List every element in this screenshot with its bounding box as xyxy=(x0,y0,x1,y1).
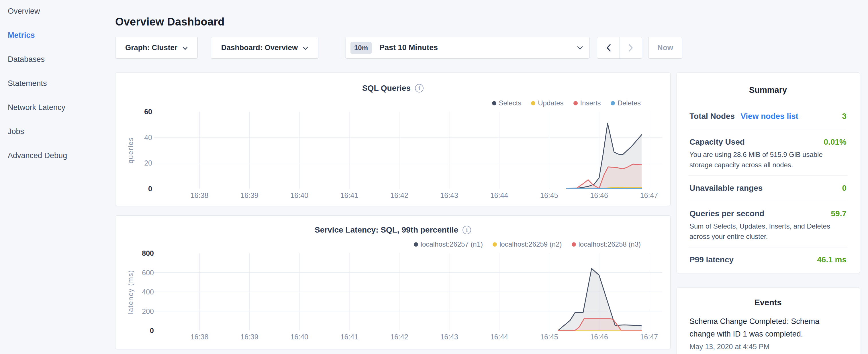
p99-latency-value: 46.1 ms xyxy=(817,255,846,264)
legend-item-selects[interactable]: Selects xyxy=(492,99,522,107)
x-tick-label: 16:40 xyxy=(290,191,308,199)
legend-dot xyxy=(493,242,497,247)
sidebar: Overview Metrics Databases Statements Ne… xyxy=(8,7,67,160)
chart-title: SQL Queries xyxy=(362,84,411,93)
chart-legend: localhost:26257 (n1)localhost:26259 (n2)… xyxy=(414,240,641,248)
events-panel: Events Schema Change Completed: Schema c… xyxy=(677,287,860,354)
now-button[interactable]: Now xyxy=(648,37,682,59)
graph-dropdown[interactable]: Graph: Cluster xyxy=(115,37,198,59)
legend-dot xyxy=(574,101,578,105)
y-tick-label: 400 xyxy=(142,288,154,296)
chart-title: Service Latency: SQL, 99th percentile xyxy=(315,225,458,234)
sidebar-item-overview[interactable]: Overview xyxy=(8,7,67,16)
sidebar-item-databases[interactable]: Databases xyxy=(8,55,67,64)
y-tick-label: 40 xyxy=(144,133,152,141)
x-tick-label: 16:46 xyxy=(590,333,608,341)
dashboard-dropdown[interactable]: Dashboard: Overview xyxy=(211,37,318,59)
summary-panel: Summary Total Nodes View nodes list 3 Ca… xyxy=(677,72,860,273)
x-tick-label: 16:38 xyxy=(191,191,209,199)
capacity-used-label: Capacity Used xyxy=(689,137,745,147)
y-tick-label: 600 xyxy=(142,269,154,277)
crdb-admin-ui: Overview Metrics Databases Statements Ne… xyxy=(0,0,868,354)
view-nodes-list-link[interactable]: View nodes list xyxy=(741,112,798,121)
x-tick-label: 16:47 xyxy=(640,191,658,199)
legend-item-localhost-26257-n1-[interactable]: localhost:26257 (n1) xyxy=(414,240,483,248)
time-range-selector[interactable]: 10m Past 10 Minutes xyxy=(346,37,589,59)
summary-row-p99-latency: P99 latency 46.1 ms xyxy=(689,255,846,264)
legend-dot xyxy=(572,242,576,247)
legend-item-updates[interactable]: Updates xyxy=(531,99,563,107)
unavailable-ranges-value: 0 xyxy=(842,184,846,193)
y-axis-title: latency (ms) xyxy=(127,270,134,314)
y-tick-label: 800 xyxy=(142,249,154,257)
legend-label: Inserts xyxy=(580,99,601,107)
event-item-timestamp: May 13, 2020 at 4:45 PM xyxy=(689,343,769,351)
x-tick-label: 16:41 xyxy=(340,191,359,199)
x-tick-label: 16:47 xyxy=(640,333,658,341)
divider xyxy=(688,175,848,175)
service-latency-chart[interactable]: 16:3816:3916:4016:4116:4216:4316:4416:45… xyxy=(116,216,671,349)
sql-queries-chart-card: 16:3816:3916:4016:4116:4216:4316:4416:45… xyxy=(115,72,671,206)
time-back-button[interactable] xyxy=(597,37,620,58)
legend-label: localhost:26259 (n2) xyxy=(499,240,562,248)
page-title: Overview Dashboard xyxy=(115,16,225,28)
divider xyxy=(688,201,848,201)
legend-label: localhost:26258 (n3) xyxy=(579,240,641,248)
chevron-down-icon xyxy=(577,46,583,50)
x-tick-label: 16:46 xyxy=(590,191,608,199)
qps-value: 59.7 xyxy=(831,209,847,218)
chevron-right-icon xyxy=(628,44,633,52)
x-tick-label: 16:39 xyxy=(241,333,258,341)
legend-label: localhost:26257 (n1) xyxy=(421,240,483,248)
legend-item-localhost-26258-n3-[interactable]: localhost:26258 (n3) xyxy=(572,240,641,248)
dashboard-dropdown-label: Dashboard: Overview xyxy=(221,43,298,52)
chart-header: Service Latency: SQL, 99th percentile i xyxy=(116,225,670,234)
sidebar-item-network-latency[interactable]: Network Latency xyxy=(8,103,67,112)
chevron-down-icon xyxy=(183,47,188,50)
y-tick-label: 60 xyxy=(144,108,152,116)
chart-legend: SelectsUpdatesInsertsDeletes xyxy=(492,99,641,107)
summary-title: Summary xyxy=(689,85,846,95)
chart-header: SQL Queries i xyxy=(116,84,670,93)
x-tick-label: 16:44 xyxy=(490,191,508,199)
x-tick-label: 16:45 xyxy=(540,191,558,199)
summary-row-total-nodes: Total Nodes View nodes list 3 xyxy=(689,112,846,121)
service-latency-chart-card: 16:3816:3916:4016:4116:4216:4316:4416:45… xyxy=(115,215,671,349)
events-title: Events xyxy=(689,298,846,307)
time-range-label: Past 10 Minutes xyxy=(379,43,438,52)
capacity-description: You are using 28.6 MiB of 515.9 GiB usab… xyxy=(689,150,846,170)
legend-item-inserts[interactable]: Inserts xyxy=(574,99,601,107)
legend-dot xyxy=(611,101,615,105)
sidebar-item-metrics[interactable]: Metrics xyxy=(8,31,67,40)
sidebar-item-jobs[interactable]: Jobs xyxy=(8,127,67,136)
info-icon[interactable]: i xyxy=(463,226,471,234)
sidebar-item-advanced-debug[interactable]: Advanced Debug xyxy=(8,151,67,160)
graph-dropdown-label: Graph: Cluster xyxy=(125,43,177,52)
y-tick-label: 20 xyxy=(144,159,152,167)
time-pager xyxy=(597,37,642,59)
legend-item-deletes[interactable]: Deletes xyxy=(611,99,641,107)
divider xyxy=(688,247,848,248)
x-tick-label: 16:40 xyxy=(290,333,308,341)
summary-row-capacity: Capacity Used 0.01% xyxy=(689,137,846,147)
info-icon[interactable]: i xyxy=(415,84,424,93)
legend-dot xyxy=(531,101,535,105)
x-tick-label: 16:44 xyxy=(490,333,508,341)
legend-item-localhost-26259-n2-[interactable]: localhost:26259 (n2) xyxy=(493,240,562,248)
x-tick-label: 16:45 xyxy=(540,333,558,341)
sidebar-item-statements[interactable]: Statements xyxy=(8,79,67,88)
summary-row-unavailable-ranges: Unavailable ranges 0 xyxy=(689,184,846,193)
x-tick-label: 16:42 xyxy=(390,333,408,341)
event-item-text[interactable]: Schema Change Completed: Schema change w… xyxy=(689,315,831,340)
y-tick-label: 0 xyxy=(150,326,154,334)
y-axis-title: queries xyxy=(127,137,134,164)
chevron-left-icon xyxy=(606,44,611,52)
time-forward-button[interactable] xyxy=(620,37,642,58)
x-tick-label: 16:41 xyxy=(340,333,359,341)
legend-dot xyxy=(492,101,496,105)
x-tick-label: 16:43 xyxy=(440,191,458,199)
capacity-used-value: 0.01% xyxy=(824,137,846,147)
p99-latency-label: P99 latency xyxy=(689,255,734,264)
legend-label: Selects xyxy=(499,99,522,107)
y-tick-label: 200 xyxy=(142,307,154,315)
